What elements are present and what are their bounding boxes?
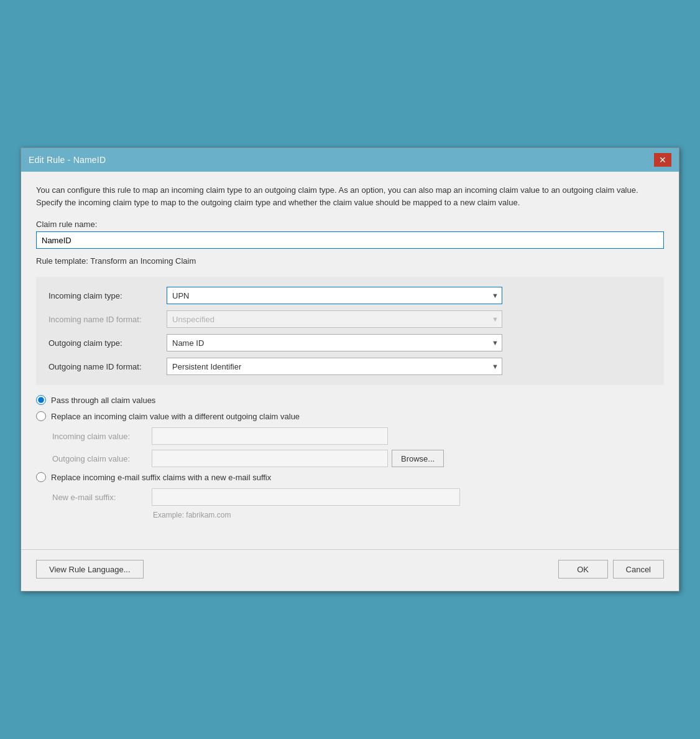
replace-value-row: Replace an incoming claim value with a d… <box>36 411 664 421</box>
radio-section: Pass through all claim values Replace an… <box>36 395 664 532</box>
example-text: Example: fabrikam.com <box>153 511 664 519</box>
replace-value-sub-fields: Incoming claim value: Outgoing claim val… <box>52 427 664 467</box>
browse-button[interactable]: Browse... <box>392 450 444 467</box>
outgoing-claim-value-row: Outgoing claim value: Browse... <box>52 450 664 467</box>
outgoing-claim-type-row: Outgoing claim type: Name ID UPN E-Mail … <box>48 334 652 351</box>
footer: View Rule Language... OK Cancel <box>21 549 679 591</box>
main-content: You can configure this rule to map an in… <box>21 172 679 544</box>
outgoing-claim-type-label: Outgoing claim type: <box>48 338 167 348</box>
incoming-name-id-format-row: Incoming name ID format: Unspecified ▼ <box>48 310 652 328</box>
outgoing-name-id-format-wrapper: Persistent Identifier Transient Identifi… <box>167 358 502 375</box>
cancel-button[interactable]: Cancel <box>613 560 664 579</box>
new-email-suffix-label: New e-mail suffix: <box>52 493 152 502</box>
form-section: Incoming claim type: UPN E-Mail Address … <box>36 277 664 385</box>
pass-through-label[interactable]: Pass through all claim values <box>51 396 155 405</box>
incoming-claim-type-label: Incoming claim type: <box>48 291 167 300</box>
new-email-suffix-row: New e-mail suffix: <box>52 488 664 506</box>
outgoing-name-id-format-row: Outgoing name ID format: Persistent Iden… <box>48 358 652 375</box>
incoming-claim-type-wrapper: UPN E-Mail Address Name Common Name Disp… <box>167 287 502 304</box>
email-suffix-sub-fields: New e-mail suffix: Example: fabrikam.com <box>52 488 664 519</box>
claim-rule-name-input[interactable] <box>36 231 664 249</box>
claim-rule-name-label: Claim rule name: <box>36 220 664 229</box>
incoming-name-id-format-label: Incoming name ID format: <box>48 315 167 324</box>
claim-rule-name-group: Claim rule name: <box>36 220 664 249</box>
footer-left: View Rule Language... <box>36 560 144 579</box>
new-email-suffix-input <box>152 488 460 506</box>
title-bar: Edit Rule - NameID ✕ <box>21 148 679 172</box>
outgoing-claim-type-wrapper: Name ID UPN E-Mail Address ▼ <box>167 334 502 351</box>
incoming-claim-value-row: Incoming claim value: <box>52 427 664 445</box>
footer-right: OK Cancel <box>558 560 664 579</box>
rule-template-text: Rule template: Transform an Incoming Cla… <box>36 256 664 266</box>
outgoing-claim-type-select[interactable]: Name ID UPN E-Mail Address <box>167 334 502 351</box>
incoming-claim-type-row: Incoming claim type: UPN E-Mail Address … <box>48 287 652 304</box>
description-text: You can configure this rule to map an in… <box>36 184 664 208</box>
edit-rule-window: Edit Rule - NameID ✕ You can configure t… <box>21 147 679 592</box>
close-button[interactable]: ✕ <box>654 153 671 167</box>
incoming-claim-value-label: Incoming claim value: <box>52 432 152 441</box>
view-rule-language-button[interactable]: View Rule Language... <box>36 560 144 579</box>
outgoing-claim-value-input <box>152 450 388 467</box>
window-title: Edit Rule - NameID <box>29 155 106 165</box>
incoming-name-id-format-select: Unspecified <box>167 310 502 328</box>
replace-email-radio[interactable] <box>36 472 46 482</box>
outgoing-name-id-format-select[interactable]: Persistent Identifier Transient Identifi… <box>167 358 502 375</box>
ok-button[interactable]: OK <box>558 560 608 579</box>
pass-through-row: Pass through all claim values <box>36 395 664 405</box>
replace-email-row: Replace incoming e-mail suffix claims wi… <box>36 472 664 482</box>
incoming-name-id-format-wrapper: Unspecified ▼ <box>167 310 502 328</box>
incoming-claim-value-input <box>152 427 388 445</box>
replace-value-radio[interactable] <box>36 411 46 421</box>
replace-value-label[interactable]: Replace an incoming claim value with a d… <box>51 412 300 421</box>
replace-email-label[interactable]: Replace incoming e-mail suffix claims wi… <box>51 473 271 482</box>
outgoing-claim-value-label: Outgoing claim value: <box>52 454 152 463</box>
outgoing-name-id-format-label: Outgoing name ID format: <box>48 362 167 371</box>
incoming-claim-type-select[interactable]: UPN E-Mail Address Name Common Name Disp… <box>167 287 502 304</box>
pass-through-radio[interactable] <box>36 395 46 405</box>
